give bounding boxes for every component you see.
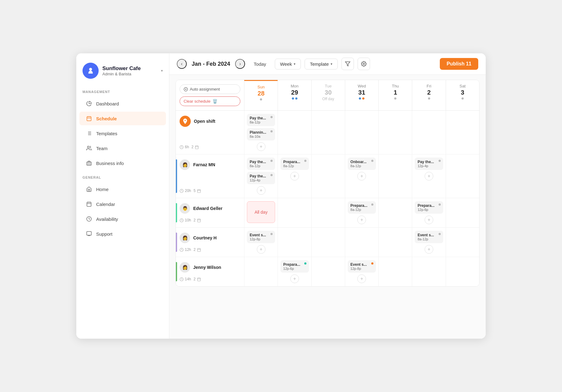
business-info-label: Business info xyxy=(96,161,124,166)
prev-week-button[interactable]: ‹ xyxy=(177,59,187,69)
shift-title: Prepara... xyxy=(283,262,306,267)
add-shift-button-4-3[interactable]: + xyxy=(357,274,366,283)
shift-card-1-0-0[interactable]: Pay the... 8a-12p xyxy=(247,158,275,170)
shift-title: Prepara... xyxy=(283,160,306,164)
shift-card-4-1-0[interactable]: Prepara... 12p-6p xyxy=(280,260,309,273)
home-icon xyxy=(86,186,92,193)
schedule-label: Schedule xyxy=(96,116,117,121)
day-cell-1-0: Pay the... 8a-12p Pay the... 12p-4p + xyxy=(244,154,278,198)
svg-rect-18 xyxy=(87,232,91,235)
day-cell-3-1 xyxy=(278,228,311,257)
sidebar-item-calendar[interactable]: Calendar xyxy=(79,197,166,211)
calendar-label: Calendar xyxy=(96,202,115,207)
templates-icon xyxy=(86,130,92,137)
svg-rect-46 xyxy=(197,278,200,281)
svg-rect-41 xyxy=(197,248,200,252)
sidebar-item-dashboard[interactable]: Dashboard xyxy=(79,97,166,110)
auto-assign-button[interactable]: Auto assignment xyxy=(180,84,240,94)
shift-card-0-0-0[interactable]: Pay the... 8a-12p xyxy=(247,114,275,126)
settings-button[interactable] xyxy=(358,58,370,70)
shift-card-2-3-0[interactable]: Prepara... 8a-12p xyxy=(348,201,376,214)
allday-card[interactable]: All day xyxy=(247,201,275,223)
sidebar-logo[interactable]: Sunflower Cafe Admin & Barista ▾ xyxy=(76,60,169,85)
day-cell-1-6 xyxy=(446,154,479,198)
day-cell-4-5 xyxy=(412,257,445,286)
day-cell-0-5 xyxy=(412,111,445,154)
main-content: ‹ Jan - Feb 2024 › Today Week ▾ Template… xyxy=(169,53,486,339)
schedule-icon xyxy=(86,115,92,122)
shift-title: Pay the... xyxy=(250,116,272,120)
next-week-button[interactable]: › xyxy=(235,59,245,69)
week-dropdown[interactable]: Week ▾ xyxy=(275,59,301,69)
sidebar-item-templates[interactable]: Templates xyxy=(79,127,166,140)
shift-time: 12p-4p xyxy=(250,178,272,182)
today-button[interactable]: Today xyxy=(249,59,271,69)
add-shift-button-1-3[interactable]: + xyxy=(357,172,366,180)
day-cell-2-3: Prepara... 8a-12p + xyxy=(345,198,378,227)
sidebar-item-support[interactable]: Support xyxy=(79,227,166,241)
shift-card-1-0-1[interactable]: Pay the... 12p-4p xyxy=(247,172,275,184)
open-shift-icon xyxy=(180,116,191,127)
shift-card-1-1-0[interactable]: Prepara... 8a-12p xyxy=(280,158,309,170)
clear-schedule-button[interactable]: Clear schedule 🗑️ xyxy=(180,96,240,106)
employee-info-1: 👩 Farnaz MN 20h 5 xyxy=(176,154,244,198)
stat-shifts-4: 2 xyxy=(194,277,201,281)
add-shift-button-1-1[interactable]: + xyxy=(290,172,299,180)
day-header-4: Thu 1 xyxy=(378,80,412,110)
shift-time: 12p-8p xyxy=(350,267,373,270)
day-cell-0-4 xyxy=(378,111,412,154)
shift-time: 8a-12p xyxy=(250,120,272,124)
shift-dot-icon xyxy=(304,262,306,265)
employee-name-1: Farnaz MN xyxy=(193,162,215,167)
shift-time: 8a-12p xyxy=(350,208,373,212)
day-cell-2-0: All day xyxy=(244,198,278,227)
employee-name-3: Courtney H xyxy=(193,235,216,240)
day-cell-3-4 xyxy=(378,228,412,257)
day-cell-2-6 xyxy=(446,198,479,227)
day-header-6: Sat 3 xyxy=(446,80,479,110)
publish-button[interactable]: Publish 11 xyxy=(440,58,478,70)
add-shift-button-1-5[interactable]: + xyxy=(425,172,433,180)
add-shift-button-2-5[interactable]: + xyxy=(425,216,433,224)
shift-card-0-0-1[interactable]: Plannin... 8a-10a xyxy=(247,128,275,140)
sidebar-item-schedule[interactable]: Schedule xyxy=(79,112,166,125)
day-cell-0-6 xyxy=(446,111,479,154)
sidebar-item-business-info[interactable]: Business info xyxy=(79,156,166,170)
shift-time: 12p-6p xyxy=(283,267,306,270)
stat-hours-1: 20h xyxy=(180,189,191,193)
add-shift-button-4-1[interactable]: + xyxy=(290,274,299,283)
shift-title: Event s... xyxy=(350,262,373,267)
shift-card-3-0-0[interactable]: Event s... 12p-8p xyxy=(247,231,275,243)
add-shift-button-2-3[interactable]: + xyxy=(357,216,366,224)
shift-card-4-3-0[interactable]: Event s... 12p-8p xyxy=(348,260,376,273)
day-header-3: Wed 31 xyxy=(345,80,378,110)
shift-title: Prepara... xyxy=(417,203,440,208)
stat-hours-2: 10h xyxy=(180,218,191,222)
add-shift-button-1-0[interactable]: + xyxy=(257,186,265,195)
shift-time: 8a-12p xyxy=(350,164,373,168)
filter-button[interactable] xyxy=(341,58,354,70)
day-cell-2-5: Prepara... 12p-6p + xyxy=(412,198,445,227)
svg-rect-36 xyxy=(197,219,200,222)
shift-card-1-3-0[interactable]: Onboar... 8a-12p xyxy=(348,158,376,170)
availability-icon xyxy=(86,216,92,222)
shift-card-3-5-0[interactable]: Event s... 8a-12p xyxy=(415,231,443,243)
schedule-header: Auto assignment Clear schedule 🗑️ Sun 28… xyxy=(176,80,479,111)
shift-title: Plannin... xyxy=(250,130,272,135)
business-info-icon xyxy=(86,160,92,167)
sidebar-item-team[interactable]: Team xyxy=(79,141,166,155)
day-header-2: Tue 30 Off day xyxy=(311,80,345,110)
shift-card-2-5-0[interactable]: Prepara... 12p-6p xyxy=(415,201,443,214)
add-shift-button-0-0[interactable]: + xyxy=(257,142,265,151)
template-dropdown[interactable]: Template ▾ xyxy=(305,59,338,69)
support-label: Support xyxy=(96,231,113,237)
stat-shifts-2: 2 xyxy=(194,218,201,222)
day-cell-1-3: Onboar... 8a-12p + xyxy=(345,154,378,198)
day-cell-2-4 xyxy=(378,198,412,227)
sidebar-item-home[interactable]: Home xyxy=(79,182,166,196)
add-shift-button-3-0[interactable]: + xyxy=(257,245,265,254)
shift-title: Pay the... xyxy=(417,160,440,164)
sidebar-item-availability[interactable]: Availability xyxy=(79,212,166,226)
shift-card-1-5-0[interactable]: Pay the... 12p-4p xyxy=(415,158,443,170)
add-shift-button-3-5[interactable]: + xyxy=(425,245,433,254)
